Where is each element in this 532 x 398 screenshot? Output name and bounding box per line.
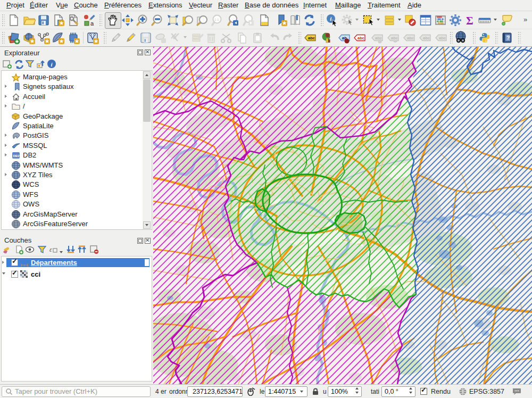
svg-text:a: a — [90, 20, 94, 27]
svg-text:abc: abc — [407, 36, 414, 40]
svg-text:1:1: 1:1 — [214, 18, 219, 21]
svg-text:abc: abc — [391, 36, 398, 40]
svg-text:abc: abc — [423, 36, 430, 40]
svg-text:?: ? — [506, 35, 510, 41]
svg-text:abc: abc — [308, 36, 315, 40]
svg-text:DB2: DB2 — [13, 154, 20, 157]
svg-text:Σ: Σ — [466, 14, 473, 27]
svg-text:abc: abc — [439, 36, 446, 40]
svg-text:ε: ε — [49, 246, 52, 253]
svg-text:abc: abc — [375, 36, 382, 40]
svg-text:abc: abc — [358, 36, 364, 40]
